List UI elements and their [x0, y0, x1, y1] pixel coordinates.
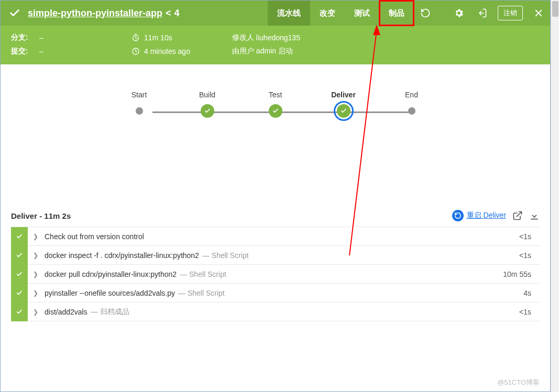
- tab-changes[interactable]: 改变: [310, 1, 345, 26]
- pipeline-node-deliver[interactable]: Deliver: [310, 91, 378, 118]
- tab-tests[interactable]: 测试: [345, 1, 379, 26]
- tab-artifacts[interactable]: 制品: [379, 1, 414, 26]
- pipeline-node-build[interactable]: Build: [173, 91, 242, 118]
- chevron-right-icon: ❯: [33, 308, 38, 316]
- branch-value: –: [39, 33, 43, 42]
- author-label: 修改人: [232, 33, 254, 42]
- pipeline-node-test[interactable]: Test: [242, 91, 310, 118]
- stage-title: Deliver - 11m 2s: [11, 211, 71, 220]
- download-icon[interactable]: [529, 210, 540, 221]
- build-number: 4: [174, 8, 180, 19]
- step-row[interactable]: ❯ docker pull cdrx/pyinstaller-linux:pyt…: [11, 265, 540, 284]
- build-separator: <: [166, 8, 171, 19]
- chevron-right-icon: ❯: [33, 289, 38, 297]
- status-check-icon: [9, 7, 20, 19]
- rerun-button[interactable]: [414, 1, 437, 26]
- commit-value: –: [39, 47, 43, 55]
- time-ago: 4 minutes ago: [144, 47, 190, 55]
- step-status-icon: [11, 284, 28, 303]
- time-icon: [131, 47, 140, 55]
- commit-label: 提交:: [11, 47, 30, 56]
- tab-pipeline[interactable]: 流水线: [268, 1, 310, 26]
- step-status-icon: [11, 303, 28, 321]
- step-row[interactable]: ❯ Check out from version control <1s: [11, 227, 540, 246]
- close-button[interactable]: [527, 1, 550, 26]
- pipeline-graph: Start Build Test Deliver End: [1, 91, 550, 118]
- started-by: 由用户 admin 启动: [232, 47, 293, 56]
- duration-icon: [131, 33, 140, 42]
- header-meta: 分支:– 提交:– 11m 10s 4 minutes ago 修改人 liuh…: [1, 26, 550, 64]
- logout-button[interactable]: 注销: [498, 6, 523, 20]
- watermark: @51CTO博客: [497, 378, 540, 387]
- step-row[interactable]: ❯ pyinstaller --onefile sources/add2vals…: [11, 284, 540, 303]
- step-status-icon: [11, 227, 28, 246]
- restart-stage-link[interactable]: 重启 Deliver: [452, 210, 506, 221]
- open-external-icon[interactable]: [512, 210, 523, 221]
- chevron-right-icon: ❯: [33, 271, 38, 278]
- step-status-icon: [11, 246, 28, 265]
- header-bar: simple-python-pyinstaller-app < 4 流水线 改变…: [1, 1, 550, 64]
- scrollbar[interactable]: [551, 0, 559, 392]
- restart-icon: [452, 210, 464, 221]
- settings-button[interactable]: [447, 1, 470, 26]
- step-list: ❯ Check out from version control <1s ❯ d…: [11, 227, 540, 321]
- chevron-right-icon: ❯: [33, 233, 38, 240]
- branch-label: 分支:: [11, 33, 30, 42]
- step-status-icon: [11, 265, 28, 284]
- author-value: liuhedong135: [256, 33, 300, 42]
- main-window: simple-python-pyinstaller-app < 4 流水线 改变…: [0, 0, 551, 392]
- app-title[interactable]: simple-python-pyinstaller-app: [28, 8, 162, 19]
- tab-bar: 流水线 改变 测试 制品 注销: [268, 1, 550, 26]
- chevron-right-icon: ❯: [33, 252, 38, 259]
- exit-button[interactable]: [470, 1, 494, 26]
- step-row[interactable]: ❯ docker inspect -f . cdrx/pyinstaller-l…: [11, 246, 540, 265]
- duration-value: 11m 10s: [144, 33, 172, 42]
- step-row[interactable]: ❯ dist/add2vals— 归档成品 <1s: [11, 303, 540, 321]
- stage-deliver: Deliver - 11m 2s 重启 Deliver ❯ Check out …: [11, 210, 540, 321]
